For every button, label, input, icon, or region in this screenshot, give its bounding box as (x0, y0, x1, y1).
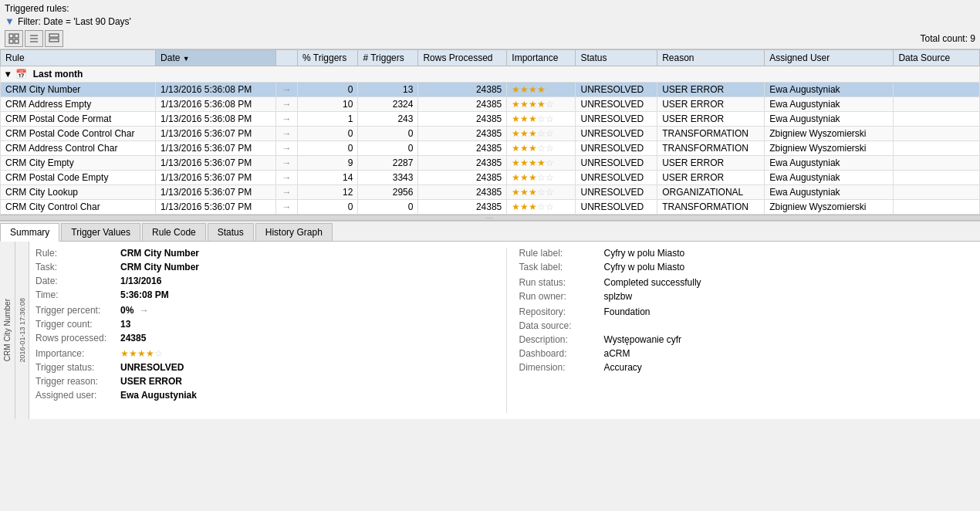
col-status[interactable]: Status (576, 50, 657, 66)
dimension-label: Dimension: (519, 362, 604, 373)
cell-reason: TRANSFORMATION (657, 141, 765, 156)
run-owner-value: splzbw (604, 291, 633, 302)
tab-summary[interactable]: Summary (0, 223, 59, 242)
cell-reason: USER ERROR (657, 112, 765, 127)
table-row[interactable]: CRM Postal Code Format 1/13/2016 5:36:08… (1, 112, 980, 127)
summary-content: Rule: CRM City Number Task: CRM City Num… (29, 242, 980, 419)
table-row[interactable]: CRM City Number 1/13/2016 5:36:08 PM → 0… (1, 83, 980, 97)
filter-icon: ▼ (5, 15, 15, 27)
summary-dashboard-row: Dashboard: aCRM (519, 348, 975, 359)
summary-left: Rule: CRM City Number Task: CRM City Num… (35, 248, 491, 413)
toolbar-btn-list[interactable] (25, 30, 43, 47)
cell-arrow: → (276, 171, 298, 185)
table-row[interactable]: CRM Address Empty 1/13/2016 5:36:08 PM →… (1, 97, 980, 112)
cell-user: Ewa Augustyniak (765, 83, 894, 97)
summary-importance-row: Importance: ★★★★☆ (35, 348, 491, 359)
cell-rule: CRM City Control Char (1, 200, 156, 215)
tab-trigger-values[interactable]: Trigger Values (61, 223, 140, 241)
run-owner-label: Run owner: (519, 291, 604, 302)
splitter[interactable]: ⋯ (0, 215, 980, 221)
col-rows-processed[interactable]: Rows Processed (418, 50, 507, 66)
svg-rect-3 (15, 39, 19, 43)
cell-pct: 12 (298, 185, 358, 200)
cell-pct: 9 (298, 156, 358, 171)
cell-triggers: 13 (358, 83, 418, 97)
col-num-triggers[interactable]: # Triggers (358, 50, 418, 66)
cell-date: 1/13/2016 5:36:07 PM (156, 156, 276, 171)
table-row[interactable]: CRM Address Control Char 1/13/2016 5:36:… (1, 141, 980, 156)
assigned-user-value: Ewa Augustyniak (120, 390, 197, 401)
cell-rows: 24385 (418, 185, 507, 200)
summary-repository-row: Repository: Foundation (519, 306, 975, 317)
cell-importance: ★★★☆☆ (507, 171, 576, 185)
tab-history-graph[interactable]: History Graph (255, 223, 333, 241)
arrow-right-icon: → (140, 305, 149, 316)
col-arrow[interactable] (276, 50, 298, 66)
triggered-rules-label: Triggered rules: (5, 3, 975, 14)
cell-date: 1/13/2016 5:36:08 PM (156, 83, 276, 97)
cell-status: UNRESOLVED (576, 185, 657, 200)
cell-date: 1/13/2016 5:36:07 PM (156, 185, 276, 200)
summary-trigger-status-row: Trigger status: UNRESOLVED (35, 362, 491, 373)
col-date[interactable]: Date ▼ (156, 50, 276, 66)
summary-date-row: Date: 1/13/2016 (35, 276, 491, 286)
repository-label: Repository: (519, 306, 604, 317)
cell-user: Zbigniew Wyszomierski (765, 127, 894, 141)
tab-rule-code[interactable]: Rule Code (142, 223, 206, 241)
time-value: 5:36:08 PM (120, 289, 169, 300)
vertical-date-area: 2016-01-13 17:36:08 (15, 242, 29, 419)
cell-importance: ★★★★☆ (507, 97, 576, 112)
toolbar-btn-detail[interactable] (45, 30, 63, 47)
col-assigned-user[interactable]: Assigned User (765, 50, 894, 66)
cell-status: UNRESOLVED (576, 200, 657, 215)
cell-reason: USER ERROR (657, 156, 765, 171)
cell-rows: 24385 (418, 83, 507, 97)
cell-importance: ★★★★☆ (507, 156, 576, 171)
table-row[interactable]: CRM City Control Char 1/13/2016 5:36:07 … (1, 200, 980, 215)
cell-status: UNRESOLVED (576, 97, 657, 112)
table-row[interactable]: CRM City Empty 1/13/2016 5:36:07 PM → 9 … (1, 156, 980, 171)
svg-rect-8 (49, 39, 59, 42)
col-data-source[interactable]: Data Source (894, 50, 980, 66)
cell-datasource (894, 83, 980, 97)
table-header-row: Rule Date ▼ % Triggers # Triggers Rows P… (1, 50, 980, 66)
table-row[interactable]: CRM Postal Code Control Char 1/13/2016 5… (1, 127, 980, 141)
col-pct-triggers[interactable]: % Triggers (298, 50, 358, 66)
task-label-label: Task label: (519, 262, 604, 272)
tab-status[interactable]: Status (208, 223, 254, 241)
sort-arrow-icon: ▼ (183, 55, 190, 63)
filter-label: Filter: Date = 'Last 90 Days' (18, 16, 131, 27)
cell-rule: CRM City Lookup (1, 185, 156, 200)
col-reason[interactable]: Reason (657, 50, 765, 66)
trigger-status-label: Trigger status: (35, 362, 120, 373)
col-rule[interactable]: Rule (1, 50, 156, 66)
cell-reason: USER ERROR (657, 83, 765, 97)
table-row[interactable]: CRM City Lookup 1/13/2016 5:36:07 PM → 1… (1, 185, 980, 200)
cell-rows: 24385 (418, 171, 507, 185)
bottom-panel: SummaryTrigger ValuesRule CodeStatusHist… (0, 221, 980, 419)
filter-row: ▼ Filter: Date = 'Last 90 Days' (5, 15, 975, 27)
toolbar-btn-grid[interactable] (5, 30, 23, 47)
trigger-reason-label: Trigger reason: (35, 376, 120, 387)
cell-pct: 10 (298, 97, 358, 112)
summary-task-row: Task: CRM City Number (35, 262, 491, 272)
table-row[interactable]: CRM Postal Code Empty 1/13/2016 5:36:07 … (1, 171, 980, 185)
cell-triggers: 2956 (358, 185, 418, 200)
col-importance[interactable]: Importance (507, 50, 576, 66)
cell-triggers: 2287 (358, 156, 418, 171)
cell-date: 1/13/2016 5:36:07 PM (156, 141, 276, 156)
splitter-dots: ⋯ (485, 214, 495, 222)
cell-datasource (894, 112, 980, 127)
trigger-pct-label: Trigger percent: (35, 305, 120, 316)
rows-processed-value: 24385 (120, 333, 146, 343)
cell-user: Zbigniew Wyszomierski (765, 141, 894, 156)
cell-reason: USER ERROR (657, 171, 765, 185)
cell-rule: CRM Address Empty (1, 97, 156, 112)
time-label: Time: (35, 289, 120, 300)
cell-user: Ewa Augustyniak (765, 112, 894, 127)
summary-rows-processed-row: Rows processed: 24385 (35, 333, 491, 343)
collapse-icon[interactable]: ▾ (5, 69, 10, 80)
rule-value: CRM City Number (120, 248, 199, 259)
cell-rows: 24385 (418, 97, 507, 112)
cell-pct: 0 (298, 83, 358, 97)
